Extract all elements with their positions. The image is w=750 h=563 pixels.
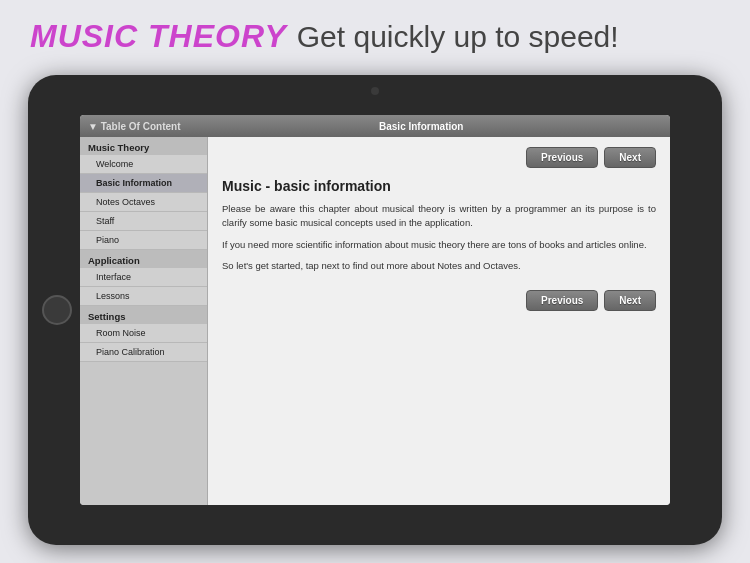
sidebar-item-welcome[interactable]: Welcome bbox=[80, 155, 207, 174]
top-banner: MUSIC THEORY Get quickly up to speed! bbox=[0, 0, 750, 69]
content-paragraph: If you need more scientific information … bbox=[222, 238, 656, 252]
app-window: ▼ Table Of Content Basic Information Mus… bbox=[80, 115, 670, 505]
sidebar-item-room-noise[interactable]: Room Noise bbox=[80, 324, 207, 343]
page-title: Basic Information bbox=[181, 121, 663, 132]
toc-label: ▼ Table Of Content bbox=[88, 121, 181, 132]
bottom-previous-button[interactable]: Previous bbox=[526, 290, 598, 311]
sidebar-group-header: Music Theory bbox=[80, 137, 207, 155]
title-bar: ▼ Table Of Content Basic Information bbox=[80, 115, 670, 137]
content-paragraph: Please be aware this chapter about music… bbox=[222, 202, 656, 231]
content-pane: Previous Next Music - basic information … bbox=[208, 137, 670, 505]
content-heading: Music - basic information bbox=[222, 178, 656, 194]
bottom-next-button[interactable]: Next bbox=[604, 290, 656, 311]
ipad-home-button[interactable] bbox=[42, 295, 72, 325]
ipad-screen: ▼ Table Of Content Basic Information Mus… bbox=[80, 115, 670, 505]
content-body: Please be aware this chapter about music… bbox=[222, 202, 656, 280]
top-next-button[interactable]: Next bbox=[604, 147, 656, 168]
bottom-button-row: Previous Next bbox=[222, 290, 656, 311]
ipad-frame: ▼ Table Of Content Basic Information Mus… bbox=[28, 75, 722, 545]
top-button-row: Previous Next bbox=[222, 147, 656, 168]
sidebar-group-header: Application bbox=[80, 250, 207, 268]
banner-title-gray: Get quickly up to speed! bbox=[297, 20, 619, 54]
sidebar-item-staff[interactable]: Staff bbox=[80, 212, 207, 231]
banner-title-pink: MUSIC THEORY bbox=[30, 18, 287, 55]
sidebar-group-header: Settings bbox=[80, 306, 207, 324]
sidebar-item-piano[interactable]: Piano bbox=[80, 231, 207, 250]
sidebar: Music TheoryWelcomeBasic InformationNote… bbox=[80, 137, 208, 505]
ipad-camera bbox=[371, 87, 379, 95]
sidebar-item-lessons[interactable]: Lessons bbox=[80, 287, 207, 306]
content-paragraph: So let's get started, tap next to find o… bbox=[222, 259, 656, 273]
main-area: Music TheoryWelcomeBasic InformationNote… bbox=[80, 137, 670, 505]
sidebar-item-piano-calibration[interactable]: Piano Calibration bbox=[80, 343, 207, 362]
top-previous-button[interactable]: Previous bbox=[526, 147, 598, 168]
sidebar-item-basic-information[interactable]: Basic Information bbox=[80, 174, 207, 193]
sidebar-item-notes-octaves[interactable]: Notes Octaves bbox=[80, 193, 207, 212]
sidebar-item-interface[interactable]: Interface bbox=[80, 268, 207, 287]
